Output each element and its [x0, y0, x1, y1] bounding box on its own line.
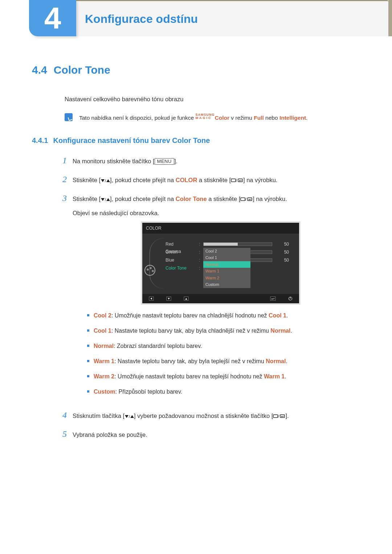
note-row: Tato nabídka není k dispozici, pokud je … [32, 113, 360, 122]
note-intelligent: Intelligent [279, 115, 306, 121]
text: Objeví se následující obrazovka. [73, 209, 360, 218]
svg-rect-3 [231, 179, 236, 182]
bullet-custom: Custom: Přizpůsobí teplotu barev. [87, 387, 360, 396]
step-2: 2 Stiskněte [/], pokud chcete přejít na … [60, 173, 360, 186]
svg-text:/: / [245, 197, 247, 201]
bullet-icon [87, 360, 89, 362]
enter-icon [270, 296, 276, 301]
step-number: 5 [60, 427, 67, 440]
step-body: Vybraná položka se použije. [73, 430, 360, 439]
note-prefix: Tato nabídka není k dispozici, pokud je … [79, 115, 196, 121]
step-4: 4 Stisknutím tlačítka [/] vyberte požado… [60, 409, 360, 422]
up-arrow-icon [184, 296, 189, 301]
colon: : [199, 241, 203, 247]
subsection-heading: 4.4.1 Konfigurace nastavení tónu barev C… [32, 135, 360, 146]
svg-text:/: / [105, 197, 106, 202]
svg-rect-26 [280, 415, 285, 418]
text: . [290, 328, 292, 334]
text: . [286, 312, 288, 319]
source-enter-icon: / [273, 412, 285, 421]
down-up-arrows-icon: / [101, 176, 110, 185]
osd-title: COLOR [142, 223, 299, 234]
chapter-title: Konfigurace odstínu [76, 0, 388, 36]
text: ] na výrobku. [253, 196, 287, 202]
down-up-arrows-icon: / [101, 195, 110, 204]
text: ], pokud chcete přejít na [110, 196, 176, 202]
key: Cool 1 [94, 328, 111, 334]
note-text: Tato nabídka není k dispozici, pokud je … [79, 113, 307, 122]
bullet-icon [87, 329, 89, 332]
section-title: Color Tone [54, 62, 110, 78]
svg-rect-24 [273, 415, 278, 418]
bullet-warm1: Warm 1: Nastavte teplotu barvy tak, aby … [87, 357, 360, 366]
step-3: 3 Stiskněte [/], pokud chcete přejít na … [60, 192, 360, 403]
chapter-number: 4 [44, 0, 61, 41]
svg-rect-18 [270, 297, 275, 300]
svg-text:/: / [236, 178, 237, 182]
ref: Normal [266, 358, 286, 364]
osd-row-red: Red : 50 [166, 240, 296, 248]
text: ]. [285, 413, 289, 419]
text: : Nastavte teplotu barvy tak, aby byla t… [114, 358, 266, 364]
osd-label: Blue [166, 257, 199, 263]
step-body: Stiskněte [/], pokud chcete přejít na CO… [73, 176, 360, 185]
note-or: nebo [265, 115, 279, 121]
svg-rect-11 [248, 198, 252, 201]
osd-option: Custom [203, 281, 250, 288]
text: a stiskněte [ [207, 196, 241, 202]
text: a stiskněte [ [197, 177, 231, 183]
key: Warm 2 [94, 373, 114, 379]
step-body: Stisknutím tlačítka [/] vyberte požadova… [73, 411, 360, 421]
text: : Přizpůsobí teplotu barev. [115, 389, 183, 395]
osd-label-active: Color Tone [166, 265, 199, 271]
text: . [285, 373, 286, 379]
color-label: COLOR [176, 177, 197, 183]
key: Normal [94, 343, 114, 349]
ref: Cool 1 [269, 312, 286, 319]
section-heading: 4.4 Color Tone [32, 62, 360, 78]
key: Cool 2 [94, 312, 111, 319]
svg-text:/: / [129, 414, 130, 419]
step-5: 5 Vybraná položka se použije. [60, 427, 360, 440]
svg-text:/: / [278, 414, 279, 418]
text: : Nastavte teplotu barvy tak, aby byla c… [111, 328, 270, 334]
bullet-icon [87, 314, 89, 316]
header-stripe [388, 0, 392, 36]
osd-option-selected: Normal [203, 261, 250, 268]
step-1: 1 Na monitoru stiskněte tlačítko [MENU]. [60, 154, 360, 167]
down-arrow-icon [166, 296, 171, 301]
chapter-number-badge: 4 [29, 0, 76, 36]
step-number: 4 [60, 409, 67, 422]
colon: : [199, 257, 203, 263]
back-icon [149, 296, 154, 301]
colon: : [199, 249, 203, 255]
colon: : [199, 265, 203, 271]
svg-marker-21 [125, 415, 128, 418]
samsung-magic-label: SAMSUNG MAGIC [196, 113, 215, 120]
subsection-number: 4.4.1 [32, 135, 48, 146]
power-icon [288, 296, 293, 301]
menu-button-icon: MENU [155, 158, 174, 165]
down-up-arrows-icon: / [124, 412, 134, 421]
osd-navbar [142, 294, 299, 303]
key: Custom [94, 389, 115, 395]
note-suffix: . [306, 115, 307, 121]
source-enter-icon: / [240, 195, 253, 204]
bullet-warm2: Warm 2: Umožňuje nastavit teplotu barev … [87, 372, 360, 381]
svg-text:/: / [105, 178, 106, 183]
text: : Umožňuje nastavit teplotu barev na chl… [111, 312, 269, 319]
text: ] na výrobku. [243, 177, 277, 183]
step-number: 3 [60, 192, 67, 205]
magic-bottom: MAGIC [196, 116, 215, 120]
osd-label: Gamma [166, 248, 199, 255]
text: ], pokud chcete přejít na [110, 177, 176, 183]
text: Stiskněte [ [73, 177, 101, 183]
palette-icon [144, 265, 155, 276]
svg-marker-8 [106, 198, 110, 201]
osd-option: Warm 2 [203, 275, 250, 282]
svg-marker-23 [130, 415, 134, 418]
section-number: 4.4 [32, 62, 47, 78]
key: Warm 1 [94, 358, 114, 364]
page-header: 4 Konfigurace odstínu [0, 0, 392, 36]
source-enter-icon: / [231, 176, 243, 185]
